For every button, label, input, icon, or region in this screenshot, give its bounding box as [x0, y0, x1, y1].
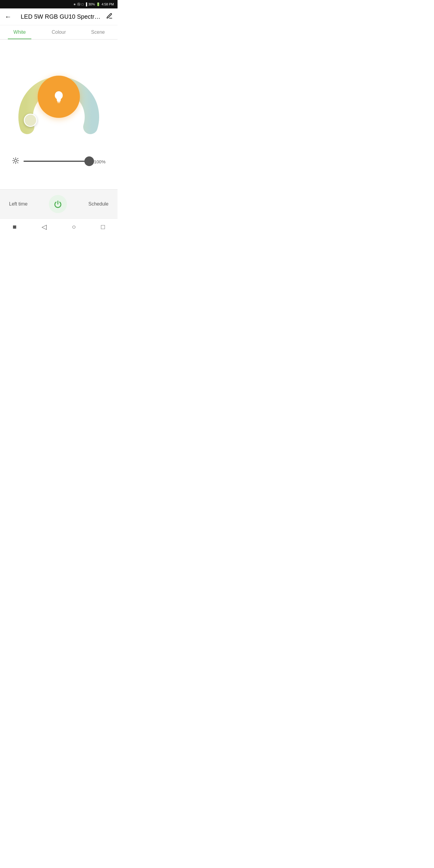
status-bar: ∗ Ⓝ □ ▐ 30% 🔋 4:58 PM [0, 0, 118, 8]
edit-button[interactable] [106, 13, 113, 21]
status-icons: ∗ Ⓝ □ ▐ 30% 🔋 4:58 PM [73, 2, 114, 7]
slider-track [24, 161, 89, 162]
bluetooth-icon: ∗ [73, 2, 76, 6]
page-title: LED 5W RGB GU10 Spectr… [15, 13, 106, 20]
bulb-icon [50, 88, 67, 105]
svg-rect-2 [58, 102, 60, 103]
bottom-bar: Left time Schedule [0, 189, 118, 218]
navigation-bar: ■ ◁ ○ □ [0, 218, 118, 235]
svg-line-8 [13, 158, 14, 159]
tab-scene[interactable]: Scene [79, 25, 118, 39]
recent-nav-button[interactable]: □ [101, 223, 105, 231]
color-wheel[interactable] [10, 49, 107, 145]
back-nav-button[interactable]: ◁ [41, 223, 47, 231]
slider-fill [24, 161, 89, 162]
battery-pct: 30% [88, 2, 95, 6]
arc-thumb-handle[interactable] [24, 114, 37, 127]
stop-nav-button[interactable]: ■ [13, 223, 17, 231]
tab-colour[interactable]: Colour [39, 25, 79, 39]
header: ← LED 5W RGB GU10 Spectr… [0, 8, 118, 25]
svg-line-10 [13, 162, 14, 163]
power-button[interactable] [49, 195, 67, 213]
power-icon [53, 199, 63, 209]
time-display: 4:58 PM [101, 2, 114, 6]
left-time-button[interactable]: Left time [9, 201, 27, 207]
bulb-button[interactable] [38, 76, 80, 118]
brightness-value: 100% [93, 159, 105, 164]
svg-line-11 [18, 158, 18, 159]
brightness-slider-section: 100% [6, 145, 112, 172]
svg-point-3 [14, 159, 17, 162]
brightness-slider[interactable] [24, 161, 89, 162]
back-button[interactable]: ← [5, 13, 11, 21]
svg-line-9 [18, 162, 18, 163]
svg-rect-1 [57, 101, 61, 102]
sun-icon [12, 157, 19, 166]
slider-thumb[interactable] [84, 156, 94, 166]
home-nav-button[interactable]: ○ [72, 223, 76, 231]
wifi-icon: □ [82, 2, 84, 6]
schedule-button[interactable]: Schedule [88, 201, 108, 207]
signal-icon: ▐ [85, 2, 87, 6]
wheel-area: 100% [0, 39, 118, 189]
battery-icon: 🔋 [96, 2, 100, 6]
tabs-container: White Colour Scene [0, 25, 118, 39]
nfc-icon: Ⓝ [77, 2, 81, 7]
tab-white[interactable]: White [0, 25, 39, 39]
